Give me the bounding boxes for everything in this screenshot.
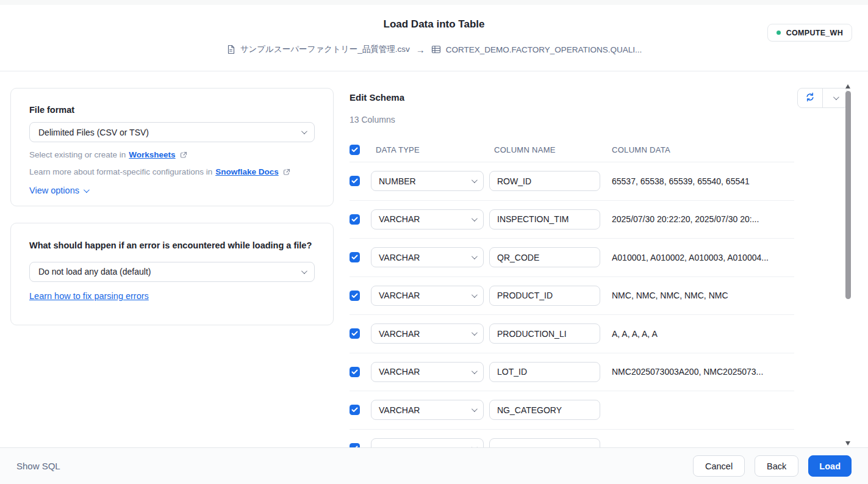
data-type-value: NUMBER <box>379 176 416 186</box>
chevron-down-icon <box>472 292 478 298</box>
table-row: VARCHAR A010001, A010002, A010003, A0100… <box>350 239 794 277</box>
chevron-down-icon <box>833 94 839 100</box>
page-title: Load Data into Table <box>0 18 868 31</box>
table-row: VARCHAR <box>350 391 794 430</box>
column-data-text: NMC, NMC, NMC, NMC, NMC <box>612 291 794 300</box>
column-name-input[interactable] <box>489 247 600 267</box>
column-header-column-name: COLUMN NAME <box>489 145 612 154</box>
external-link-icon <box>283 168 290 176</box>
edit-schema-title: Edit Schema <box>350 92 404 103</box>
footer-buttons: Cancel Back Load <box>693 455 852 477</box>
dialog-header: Load Data into Table サンプルスーパーファクトリー_品質管理… <box>0 5 868 71</box>
chevron-down-icon <box>301 268 307 274</box>
row-checkbox[interactable] <box>350 367 360 377</box>
data-type-select[interactable]: VARCHAR <box>371 323 484 344</box>
column-name-input[interactable] <box>489 400 600 420</box>
column-data-text: 65537, 65538, 65539, 65540, 65541 <box>612 176 794 186</box>
refresh-options-button[interactable] <box>823 88 847 107</box>
error-handling-select[interactable]: Do not load any data (default) <box>29 262 315 282</box>
column-name-input[interactable] <box>489 362 600 382</box>
error-handling-selected-value: Do not load any data (default) <box>38 267 151 276</box>
error-handling-question: What should happen if an error is encoun… <box>29 240 315 252</box>
column-header-column-data: COLUMN DATA <box>612 145 794 154</box>
external-link-icon <box>180 151 187 159</box>
chevron-down-icon <box>472 406 478 412</box>
refresh-button[interactable] <box>798 88 823 107</box>
row-checkbox[interactable] <box>350 443 360 447</box>
chevron-down-icon <box>472 253 478 259</box>
chevron-down-icon <box>84 187 90 193</box>
row-checkbox[interactable] <box>350 252 360 262</box>
breadcrumb-target-table: CORTEX_DEMO.FACTORY_OPERATIONS.QUALI... <box>446 45 642 54</box>
table-row <box>350 430 794 448</box>
data-type-select[interactable]: VARCHAR <box>371 247 484 267</box>
data-type-select[interactable]: VARCHAR <box>371 209 484 229</box>
scroll-down-arrow-icon[interactable] <box>845 441 850 446</box>
row-checkbox[interactable] <box>350 176 360 186</box>
column-data-text: A010001, A010002, A010003, A010004... <box>612 253 794 262</box>
data-type-value: VARCHAR <box>379 329 420 339</box>
row-checkbox[interactable] <box>350 328 360 339</box>
schema-refresh-split-button <box>797 88 848 108</box>
scrollbar-thumb[interactable] <box>845 91 851 299</box>
file-format-hint-2: Learn more about format-specific configu… <box>29 167 315 176</box>
data-type-value: VARCHAR <box>379 291 420 300</box>
table-row: VARCHAR A, A, A, A, A <box>350 315 794 353</box>
file-format-card: File format Delimited Files (CSV or TSV)… <box>10 88 334 206</box>
table-row: VARCHAR 2025/07/30 20:22:20, 2025/07/30 … <box>350 201 794 239</box>
cancel-button[interactable]: Cancel <box>693 455 745 477</box>
column-name-input[interactable] <box>489 209 600 229</box>
load-button[interactable]: Load <box>808 455 852 477</box>
file-format-selected-value: Delimited Files (CSV or TSV) <box>38 128 149 137</box>
back-button[interactable]: Back <box>755 455 798 477</box>
column-name-input[interactable] <box>489 286 600 306</box>
columns-count: 13 Columns <box>350 115 395 125</box>
select-all-checkbox[interactable] <box>350 145 360 155</box>
row-checkbox[interactable] <box>350 291 360 301</box>
column-data-text: NMC2025073003A200, NMC2025073... <box>612 367 794 377</box>
view-options-toggle[interactable]: View options <box>29 186 88 195</box>
table-row: VARCHAR NMC2025073003A200, NMC2025073... <box>350 353 794 392</box>
chevron-down-icon <box>472 330 478 336</box>
hint-text: Learn more about format-specific configu… <box>29 167 212 176</box>
row-checkbox[interactable] <box>350 214 360 225</box>
schema-scrollbar[interactable] <box>845 84 852 447</box>
file-format-select[interactable]: Delimited Files (CSV or TSV) <box>29 122 315 142</box>
column-name-input[interactable] <box>489 323 600 344</box>
warehouse-selector[interactable]: COMPUTE_WH <box>767 24 852 42</box>
load-data-dialog: Load Data into Table サンプルスーパーファクトリー_品質管理… <box>0 0 868 484</box>
show-sql-button[interactable]: Show SQL <box>16 461 60 471</box>
fix-parsing-errors-link[interactable]: Learn how to fix parsing errors <box>29 291 149 301</box>
snowflake-docs-link[interactable]: Snowflake Docs <box>215 167 279 176</box>
data-type-select[interactable]: VARCHAR <box>371 400 484 420</box>
schema-table: DATA TYPE COLUMN NAME COLUMN DATA NUMBER… <box>350 137 794 447</box>
data-type-select[interactable]: VARCHAR <box>371 286 484 306</box>
data-type-value: VARCHAR <box>379 405 420 415</box>
dialog-footer: Show SQL Cancel Back Load <box>0 447 868 484</box>
column-name-input[interactable] <box>489 171 600 191</box>
data-type-value: VARCHAR <box>379 367 420 377</box>
view-options-label: View options <box>29 186 79 195</box>
file-format-label: File format <box>29 105 315 115</box>
chevron-down-icon <box>472 215 478 222</box>
column-data-text: A, A, A, A, A <box>612 329 794 339</box>
error-handling-card: What should happen if an error is encoun… <box>10 223 334 325</box>
column-data-text: 2025/07/30 20:22:20, 2025/07/30 20:... <box>612 214 794 224</box>
data-type-value: VARCHAR <box>379 214 420 224</box>
data-type-select[interactable] <box>371 438 484 447</box>
hint-text: Select existing or create in <box>29 150 126 159</box>
worksheets-link[interactable]: Worksheets <box>129 150 175 159</box>
file-format-hint-1: Select existing or create in Worksheets <box>29 150 315 159</box>
warehouse-name: COMPUTE_WH <box>786 29 843 37</box>
table-icon <box>431 45 441 54</box>
table-row: VARCHAR NMC, NMC, NMC, NMC, NMC <box>350 277 794 316</box>
data-type-select[interactable]: VARCHAR <box>371 362 484 382</box>
scroll-up-arrow-icon[interactable] <box>845 84 850 88</box>
chevron-down-icon <box>472 368 478 374</box>
column-name-input[interactable] <box>489 438 600 447</box>
chevron-down-icon <box>301 128 307 134</box>
row-checkbox[interactable] <box>350 405 360 415</box>
warehouse-status-dot <box>777 31 781 35</box>
data-type-select[interactable]: NUMBER <box>371 171 484 191</box>
breadcrumb-source-file: サンプルスーパーファクトリー_品質管理.csv <box>240 44 410 55</box>
